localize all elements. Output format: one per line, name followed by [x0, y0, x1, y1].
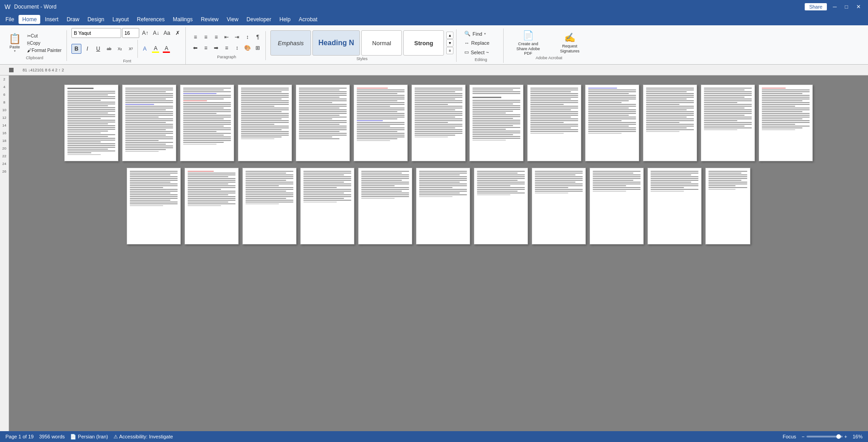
menu-file[interactable]: File	[2, 15, 18, 24]
minimize-button[interactable]: ─	[830, 4, 840, 10]
menu-mailings[interactable]: Mailings	[169, 15, 196, 24]
replace-button[interactable]: ↔ Replace	[461, 39, 492, 47]
justify-button[interactable]: ≡	[222, 43, 231, 53]
menu-draw[interactable]: Draw	[63, 15, 83, 24]
zoom-thumb[interactable]	[836, 434, 841, 439]
menu-home[interactable]: Home	[19, 15, 40, 24]
document-canvas[interactable]	[9, 75, 868, 433]
borders-button[interactable]: ⊞	[253, 43, 263, 53]
zoom-in-button[interactable]: +	[844, 434, 847, 439]
page-18[interactable]	[358, 168, 412, 245]
sort-button[interactable]: ↕	[242, 32, 252, 42]
request-signatures-button[interactable]: ✍ Request Signatures	[550, 31, 590, 55]
page-22[interactable]	[590, 168, 644, 245]
paste-dropdown-arrow[interactable]: ▾	[14, 49, 16, 53]
multilevel-button[interactable]: ≡	[211, 32, 221, 42]
page-8[interactable]	[469, 85, 524, 161]
page-4[interactable]	[238, 85, 292, 161]
format-painter-button[interactable]: 🖌 Format Painter	[25, 47, 64, 54]
numbering-button[interactable]: ≡	[201, 32, 211, 42]
page-24[interactable]	[705, 168, 750, 245]
find-button[interactable]: 🔍 Find ▾	[461, 29, 492, 38]
page-7[interactable]	[411, 85, 466, 161]
focus-button[interactable]: Focus	[783, 434, 796, 439]
paste-button[interactable]: 📋 Paste ▾	[5, 31, 24, 55]
page-20[interactable]	[474, 168, 528, 245]
select-button[interactable]: ▭ Select ~	[461, 48, 492, 56]
zoom-level[interactable]: 16%	[849, 434, 863, 439]
menu-references[interactable]: References	[133, 15, 168, 24]
page-13[interactable]	[759, 85, 813, 161]
maximize-button[interactable]: □	[842, 4, 851, 10]
decrease-font-button[interactable]: A↓	[151, 28, 161, 38]
menu-layout[interactable]: Layout	[109, 15, 132, 24]
clear-format-button[interactable]: ✗	[173, 28, 183, 38]
page-17[interactable]	[300, 168, 354, 245]
create-share-pdf-button[interactable]: 📄 Create and Share Adobe PDF	[508, 31, 548, 55]
accessibility-status[interactable]: ⚠ Accessibility: Investigate	[113, 434, 173, 440]
font-name-input[interactable]	[71, 28, 121, 38]
menu-design[interactable]: Design	[84, 15, 108, 24]
line-spacing-button[interactable]: ↕	[232, 43, 242, 53]
language-indicator[interactable]: 📄 Persian (Iran)	[70, 434, 108, 440]
align-right-button[interactable]: ➡	[211, 43, 221, 53]
page-2[interactable]	[122, 85, 176, 161]
page-10[interactable]	[585, 85, 639, 161]
font-color-button[interactable]: A	[161, 44, 171, 54]
font-size-input[interactable]	[122, 28, 139, 38]
menu-help[interactable]: Help	[276, 15, 294, 24]
highlight-button[interactable]: A	[151, 44, 160, 54]
page-15[interactable]	[184, 168, 239, 245]
page-16[interactable]	[242, 168, 297, 245]
page-9[interactable]	[527, 85, 581, 161]
copy-button[interactable]: ⎘ Copy	[25, 40, 64, 47]
page-19-partial[interactable]	[416, 168, 470, 245]
page-14[interactable]	[127, 168, 181, 245]
emphasis-style-button[interactable]: Emphasis	[270, 30, 311, 56]
page-11[interactable]	[643, 85, 697, 161]
close-button[interactable]: ✕	[854, 4, 863, 10]
zoom-out-button[interactable]: −	[802, 434, 804, 439]
styles-scroll-up[interactable]: ▲	[446, 32, 453, 39]
page-6[interactable]	[354, 85, 408, 161]
underline-button[interactable]: U	[93, 44, 103, 54]
page-3[interactable]	[180, 85, 234, 161]
menu-view[interactable]: View	[223, 15, 242, 24]
menu-review[interactable]: Review	[197, 15, 222, 24]
p2-l9	[125, 102, 173, 103]
change-case-button[interactable]: Aa	[162, 28, 172, 38]
superscript-button[interactable]: X²	[126, 44, 136, 54]
page-1[interactable]	[64, 85, 118, 161]
page-21[interactable]	[532, 168, 586, 245]
page-5[interactable]	[296, 85, 350, 161]
align-left-button[interactable]: ⬅	[190, 43, 200, 53]
menu-developer[interactable]: Developer	[243, 15, 275, 24]
ruler-marker[interactable]	[9, 68, 14, 72]
bullets-button[interactable]: ≡	[190, 32, 200, 42]
zoom-slider[interactable]	[807, 436, 843, 437]
cut-button[interactable]: ✂ Cut	[25, 33, 64, 39]
share-button[interactable]: Share	[804, 3, 827, 11]
subscript-button[interactable]: X₂	[115, 44, 125, 54]
page-23[interactable]	[647, 168, 702, 245]
decrease-indent-button[interactable]: ⇤	[222, 32, 231, 42]
align-center-button[interactable]: ≡	[201, 43, 211, 53]
menu-acrobat[interactable]: Acrobat	[295, 15, 321, 24]
bold-button[interactable]: B	[71, 44, 81, 54]
styles-more-button[interactable]: ≡	[446, 47, 453, 54]
italic-button[interactable]: I	[82, 44, 92, 54]
page-12[interactable]	[701, 85, 755, 161]
text-effects-button[interactable]: A	[140, 44, 150, 54]
show-marks-button[interactable]: ¶	[253, 32, 263, 42]
increase-indent-button[interactable]: ⇥	[232, 32, 242, 42]
strong-style-button[interactable]: Strong	[403, 30, 444, 56]
heading-style-button[interactable]: Heading N	[312, 30, 360, 56]
normal-style-button[interactable]: Normal	[361, 30, 402, 56]
find-dropdown[interactable]: ▾	[484, 32, 486, 36]
menu-insert[interactable]: Insert	[41, 15, 62, 24]
styles-scroll-down[interactable]: ▼	[446, 39, 453, 47]
strikethrough-button[interactable]: ab	[104, 44, 114, 54]
increase-font-button[interactable]: A↑	[140, 28, 150, 38]
p2-l23	[125, 127, 173, 128]
shading-button[interactable]: 🎨	[242, 43, 252, 53]
